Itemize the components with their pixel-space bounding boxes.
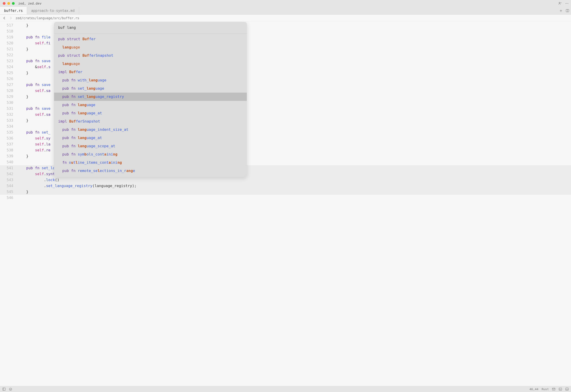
symbol-picker-item[interactable]: language <box>54 43 247 52</box>
diagnostics-status-icon[interactable] <box>9 388 12 391</box>
code-line[interactable]: 543 .lock() <box>0 177 571 183</box>
code-content[interactable] <box>17 195 571 201</box>
cursor-position[interactable]: 46,44 <box>529 387 539 391</box>
line-number: 522 <box>0 52 17 58</box>
svg-point-1 <box>566 3 566 4</box>
line-number: 528 <box>0 88 17 94</box>
contacts-icon[interactable] <box>558 2 562 5</box>
line-number: 532 <box>0 112 17 118</box>
line-number: 543 <box>0 177 17 183</box>
traffic-lights <box>3 2 15 5</box>
line-number: 529 <box>0 94 17 100</box>
line-number: 520 <box>0 40 17 46</box>
symbol-picker-item[interactable]: pub fn remote_selections_in_range <box>54 167 247 175</box>
svg-rect-9 <box>566 388 569 390</box>
breadcrumb-bar: zed/crates/language/src/buffer.rs <box>0 15 571 22</box>
line-number: 539 <box>0 153 17 159</box>
symbol-picker-input[interactable]: buf lang <box>54 22 247 34</box>
code-line[interactable]: 545 } <box>0 189 571 195</box>
line-number: 540 <box>0 159 17 165</box>
tab-buffer-rs[interactable]: buffer.rs <box>0 7 27 14</box>
symbol-picker-item[interactable]: pub struct Buffer <box>54 35 247 43</box>
line-number: 524 <box>0 64 17 70</box>
symbol-picker-item[interactable]: pub fn set_language <box>54 84 247 93</box>
symbol-picker-item[interactable]: language <box>54 60 247 68</box>
line-number: 519 <box>0 34 17 40</box>
symbol-picker-item[interactable]: impl Buffer <box>54 68 247 76</box>
window-minimize-button[interactable] <box>7 2 10 5</box>
line-number: 533 <box>0 118 17 124</box>
line-number: 525 <box>0 70 17 76</box>
symbol-picker-item[interactable]: pub struct BufferSnapshot <box>54 52 247 60</box>
nav-back-button[interactable] <box>3 16 6 20</box>
editor[interactable]: 517 }518519 pub fn file520 self.fi521 }5… <box>0 22 571 386</box>
status-bar: 46,44 Rust <box>0 386 571 392</box>
line-number: 531 <box>0 106 17 112</box>
svg-point-2 <box>567 3 567 4</box>
line-number: 534 <box>0 124 17 129</box>
language-mode[interactable]: Rust <box>542 387 549 391</box>
titlebar-right <box>558 2 569 5</box>
line-number: 545 <box>0 189 17 195</box>
line-number: 521 <box>0 46 17 52</box>
titlebar: zed, zed.dev <box>0 0 571 7</box>
symbol-picker: buf lang pub struct Bufferlanguagepub st… <box>54 22 247 177</box>
symbol-picker-item[interactable]: pub fn language <box>54 101 247 109</box>
code-content[interactable]: .set_language_registry(language_registry… <box>17 183 571 189</box>
symbol-picker-item[interactable]: pub fn language_scope_at <box>54 142 247 150</box>
line-number: 523 <box>0 58 17 64</box>
line-number: 526 <box>0 76 17 82</box>
symbol-picker-item[interactable]: pub fn symbols_containing <box>54 150 247 158</box>
line-number: 518 <box>0 28 17 34</box>
line-number: 546 <box>0 195 17 201</box>
window-title: zed, zed.dev <box>18 2 42 5</box>
tab-bar: buffer.rsapproach-to-syntax.md <box>0 7 571 15</box>
line-number: 527 <box>0 82 17 88</box>
window-maximize-button[interactable] <box>12 2 15 5</box>
line-number: 537 <box>0 141 17 147</box>
window-close-button[interactable] <box>3 2 5 5</box>
code-line[interactable]: 544 .set_language_registry(language_regi… <box>0 183 571 189</box>
line-number: 541 <box>0 165 17 171</box>
symbol-picker-item[interactable]: pub fn with_language <box>54 76 247 84</box>
line-number: 535 <box>0 129 17 135</box>
line-number: 542 <box>0 171 17 177</box>
tabbar-right <box>559 7 569 14</box>
svg-point-3 <box>568 3 569 4</box>
svg-point-0 <box>559 2 560 3</box>
app-window: zed, zed.dev buffer.rsapproach-to-syntax… <box>0 0 571 392</box>
tab-approach-to-syntax-md[interactable]: approach-to-syntax.md <box>27 7 79 14</box>
feedback-icon[interactable] <box>552 387 556 391</box>
code-line[interactable]: 546 <box>0 195 571 201</box>
project-panel-toggle[interactable] <box>2 387 6 391</box>
breadcrumb[interactable]: zed/crates/language/src/buffer.rs <box>15 16 79 20</box>
new-tab-button[interactable] <box>559 9 563 12</box>
line-number: 530 <box>0 100 17 106</box>
line-number: 538 <box>0 147 17 153</box>
symbol-picker-item[interactable]: pub fn language_at <box>54 109 247 117</box>
line-number: 536 <box>0 135 17 141</box>
symbol-picker-item[interactable]: pub fn language_indent_size_at <box>54 126 247 134</box>
code-content[interactable]: } <box>17 189 571 195</box>
symbol-picker-list: pub struct Bufferlanguagepub struct Buff… <box>54 34 247 177</box>
symbol-picker-item[interactable]: pub fn set_language_registry <box>54 93 247 101</box>
more-icon[interactable] <box>565 2 569 5</box>
nav-forward-button[interactable] <box>9 16 12 20</box>
svg-rect-5 <box>3 388 5 390</box>
symbol-picker-item[interactable]: fn outline_items_containing <box>54 158 247 167</box>
symbol-picker-item[interactable]: impl BufferSnapshot <box>54 117 247 126</box>
svg-point-6 <box>9 388 12 390</box>
right-panel-toggle[interactable] <box>565 387 569 391</box>
svg-rect-8 <box>559 388 562 390</box>
code-content[interactable]: .lock() <box>17 177 571 183</box>
symbol-picker-item[interactable]: pub fn language_at <box>54 134 247 142</box>
line-number: 517 <box>0 22 17 28</box>
terminal-toggle-icon[interactable] <box>559 387 562 391</box>
line-number: 544 <box>0 183 17 189</box>
split-pane-button[interactable] <box>566 9 569 12</box>
